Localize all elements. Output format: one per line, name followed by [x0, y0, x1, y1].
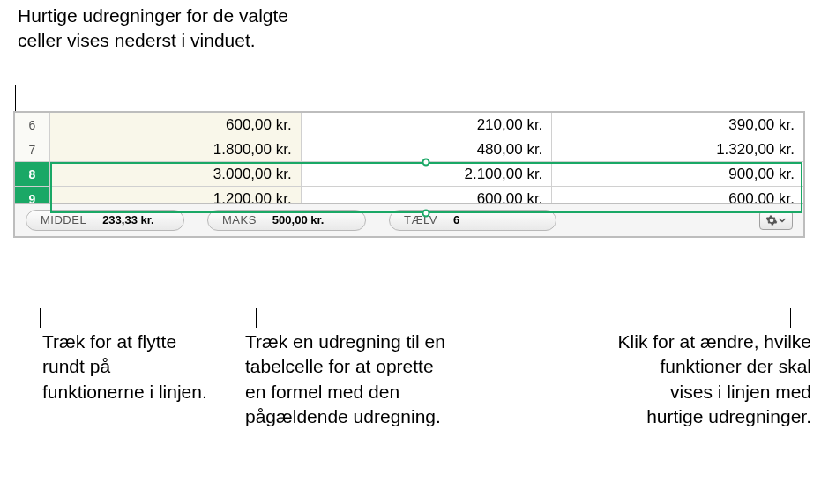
annotation-top: Hurtige udregninger for de valgte celler…	[18, 4, 300, 54]
quick-calc-bar: MIDDEL 233,33 kr. MAKS 500,00 kr. TÆLV 6	[15, 203, 803, 236]
cell[interactable]: 210,00 kr.	[302, 113, 553, 137]
calc-chip-value: 6	[453, 213, 459, 226]
row-header[interactable]: 8	[15, 162, 50, 187]
cell[interactable]: 3.000,00 kr.	[50, 162, 302, 187]
calc-chip-taelv[interactable]: TÆLV 6	[389, 210, 556, 231]
spreadsheet-panel: 6 600,00 kr. 210,00 kr. 390,00 kr. 7 1.8…	[13, 111, 805, 238]
annotation-mid: Træk en udregning til en tabelcelle for …	[245, 330, 448, 429]
calc-settings-button[interactable]	[759, 211, 793, 230]
row-header[interactable]: 7	[15, 137, 50, 162]
selection-handle[interactable]	[422, 210, 430, 218]
annotation-right: Klik for at ændre, hvilke funktioner der…	[617, 330, 811, 429]
cell[interactable]: 1.320,00 kr.	[552, 137, 803, 162]
leader-line	[40, 308, 41, 328]
calc-chip-maks[interactable]: MAKS 500,00 kr.	[207, 210, 366, 231]
chevron-down-icon	[778, 216, 787, 225]
calc-chip-middel[interactable]: MIDDEL 233,33 kr.	[26, 210, 184, 231]
cell[interactable]: 390,00 kr.	[552, 113, 803, 137]
calc-chip-value: 500,00 kr.	[272, 213, 325, 226]
leader-line	[256, 308, 257, 328]
calc-chip-label: MIDDEL	[41, 213, 86, 226]
row-header[interactable]: 6	[15, 113, 50, 137]
gear-icon	[765, 214, 778, 226]
leader-line	[15, 85, 16, 112]
cell[interactable]: 1.800,00 kr.	[50, 137, 302, 162]
calc-chip-label: MAKS	[222, 213, 257, 226]
cell[interactable]: 900,00 kr.	[552, 162, 803, 187]
selection-handle[interactable]	[422, 159, 430, 167]
leader-line	[790, 308, 791, 328]
calc-chip-label: TÆLV	[404, 213, 437, 226]
spreadsheet-table: 6 600,00 kr. 210,00 kr. 390,00 kr. 7 1.8…	[15, 113, 803, 211]
cell[interactable]: 600,00 kr.	[50, 113, 302, 137]
calc-chip-value: 233,33 kr.	[102, 213, 154, 226]
annotation-left: Træk for at flytte rundt på funktionerne…	[42, 330, 210, 404]
